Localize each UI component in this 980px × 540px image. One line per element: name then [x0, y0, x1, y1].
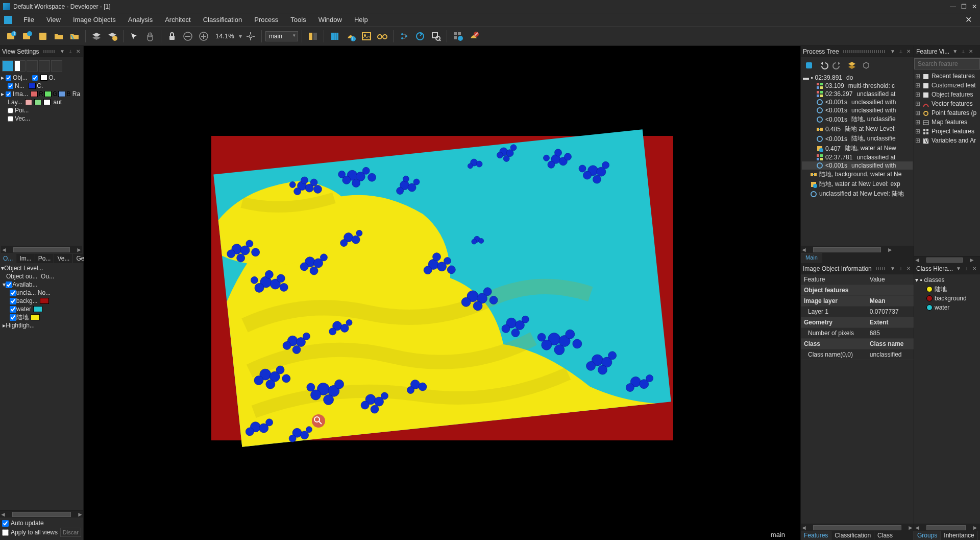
pt-undo-button[interactable]	[817, 59, 829, 72]
layers-button[interactable]	[89, 29, 104, 43]
process-row[interactable]: <0.001s陆地, unclassifie	[802, 114, 913, 124]
tab-im[interactable]: Im...	[16, 254, 35, 263]
close-icon[interactable]: ✕	[971, 266, 977, 271]
grid-button[interactable]	[328, 29, 342, 43]
menu-help[interactable]: Help	[348, 14, 374, 26]
ioi-col-feature[interactable]: Feature	[801, 274, 867, 285]
class-item[interactable]: water	[915, 303, 979, 312]
process-row[interactable]: 03.109multi-threshold: c	[802, 82, 913, 90]
process-row[interactable]: <0.001sunclassified with	[802, 98, 913, 106]
menu-architect[interactable]: Architect	[159, 14, 197, 26]
menu-window[interactable]: Window	[312, 14, 348, 26]
class-water[interactable]: water	[1, 305, 82, 313]
process-row[interactable]: 0.407陆地, water at New	[802, 144, 913, 153]
close-icon[interactable]: ✕	[905, 49, 912, 54]
feature-item[interactable]: ⊞VVariables and Ar	[915, 136, 979, 145]
open-workspace-button[interactable]	[20, 29, 34, 43]
ch-root[interactable]: ▾ ▪ classes	[915, 275, 979, 285]
pin-icon[interactable]: ⟂	[964, 266, 969, 271]
dropdown-icon[interactable]: ▼	[59, 49, 66, 54]
process-row[interactable]: <0.001sunclassified with	[802, 161, 913, 170]
process-row[interactable]: 02:36.297unclassified at	[802, 90, 913, 98]
zoom-out-button[interactable]	[181, 29, 195, 43]
layers-clock-button[interactable]	[105, 29, 119, 43]
feature-item[interactable]: ⊞Object features	[915, 90, 979, 99]
tab-ve[interactable]: Ve...	[54, 254, 73, 263]
feature-item[interactable]: ⊞Project features	[915, 127, 979, 136]
class-backg[interactable]: backg...	[1, 297, 82, 305]
feature-item[interactable]: ⊞Map features	[915, 118, 979, 127]
picture-button[interactable]	[359, 29, 374, 43]
pt-root[interactable]: ▬ ▪ 02:39.891do	[802, 74, 913, 82]
ch-scroll-h[interactable]: ◄►	[914, 524, 980, 531]
process-row[interactable]: unclassified at New Level: 陆地	[802, 189, 913, 199]
refresh-button[interactable]	[413, 29, 427, 43]
menu-tools[interactable]: Tools	[284, 14, 312, 26]
class-hierarchy[interactable]: ▾ ▪ classes 陆地backgroundwater	[914, 274, 980, 524]
class-land[interactable]: 陆地	[1, 313, 82, 321]
pt-scroll-h[interactable]: ◄►	[801, 246, 914, 253]
vs-tool-2[interactable]	[14, 60, 26, 72]
menu-analysis[interactable]: Analysis	[122, 14, 159, 26]
vs-tool-3[interactable]	[27, 60, 38, 72]
folder2-button[interactable]	[67, 29, 82, 43]
settings-button[interactable]	[451, 29, 465, 43]
layer-select[interactable]: main	[265, 31, 298, 41]
dropdown-icon[interactable]: ▼	[955, 266, 962, 271]
pointer-tool[interactable]	[127, 29, 141, 43]
document-close-button[interactable]: ✕	[961, 15, 976, 25]
vs-scroll-h[interactable]: ◄►	[1, 246, 82, 253]
class-uncla[interactable]: uncla... No...	[1, 289, 82, 297]
vs-row-vec[interactable]: Vec...	[1, 114, 82, 123]
menu-process[interactable]: Process	[248, 14, 284, 26]
object-outline[interactable]: Object ou... Ou...	[1, 272, 82, 280]
process-row[interactable]: 02:37.781unclassified at	[802, 153, 913, 161]
ioi-scroll-h[interactable]: ◄►	[801, 524, 914, 531]
vs-row-ima[interactable]: ▸Ima... RGB Ra	[1, 90, 82, 98]
folder-button[interactable]	[52, 29, 66, 43]
magnify-button[interactable]	[429, 29, 443, 43]
process-row[interactable]: 陆地, background, water at Ne	[802, 170, 913, 179]
vs-tool-4[interactable]	[39, 60, 50, 72]
pt-home-button[interactable]	[803, 59, 815, 72]
feature-item[interactable]: ⊞Vector features	[915, 99, 979, 108]
apply-all-check[interactable]: Apply to all viewsDiscar	[2, 528, 81, 537]
ch-tab-inheritance[interactable]: Inheritance	[941, 531, 977, 540]
hand-tool[interactable]	[143, 29, 157, 43]
class-item[interactable]: background	[915, 294, 979, 303]
highlight[interactable]: ▸ Hightligh...	[1, 321, 82, 330]
vs-tool-5[interactable]	[51, 60, 62, 72]
menu-file[interactable]: File	[17, 14, 40, 26]
feature-item[interactable]: ⊞Recent features	[915, 72, 979, 81]
info-mode-button[interactable]: i	[344, 29, 358, 43]
new-workspace-button[interactable]: +	[4, 29, 18, 43]
vs-tool-1[interactable]	[2, 60, 13, 72]
brush-forbid-button[interactable]	[467, 29, 481, 43]
process-row[interactable]: 0.485陆地 at New Level:	[802, 124, 913, 134]
tree-view-button[interactable]	[397, 29, 411, 43]
menu-image-objects[interactable]: Image Objects	[67, 14, 122, 26]
pt-tab-main[interactable]: Main	[801, 253, 822, 263]
discard-button[interactable]: Discar	[60, 528, 81, 537]
auto-update-check[interactable]: Auto update	[2, 520, 81, 527]
process-row[interactable]: <0.001sunclassified with	[802, 106, 913, 114]
feature-item[interactable]: ⊞Customized feat	[915, 81, 979, 90]
tab-o[interactable]: O...	[0, 254, 16, 263]
object-level-header[interactable]: ▾ Object Level...	[1, 264, 82, 272]
ioi-tab-classification[interactable]: Classification	[831, 531, 874, 540]
tab-po[interactable]: Po...	[35, 254, 55, 263]
save-button[interactable]	[36, 29, 50, 43]
close-button[interactable]: ✕	[972, 3, 977, 10]
process-row[interactable]: <0.001s陆地, unclassifie	[802, 134, 913, 144]
dropdown-icon[interactable]: ▼	[889, 49, 896, 54]
lock-button[interactable]	[165, 29, 179, 43]
feature-search-input[interactable]	[914, 58, 980, 69]
ch-tab-groups[interactable]: Groups	[914, 531, 941, 540]
canvas[interactable]: main	[84, 46, 800, 540]
pt-layers-button[interactable]	[846, 59, 858, 72]
process-row[interactable]: 陆地, water at New Level: exp	[802, 179, 913, 189]
feature-tree[interactable]: ⊞Recent features⊞Customized feat⊞Object …	[914, 71, 980, 146]
pin-icon[interactable]: ⟂	[961, 49, 966, 54]
split-view-button[interactable]	[306, 29, 320, 43]
menu-view[interactable]: View	[40, 14, 67, 26]
